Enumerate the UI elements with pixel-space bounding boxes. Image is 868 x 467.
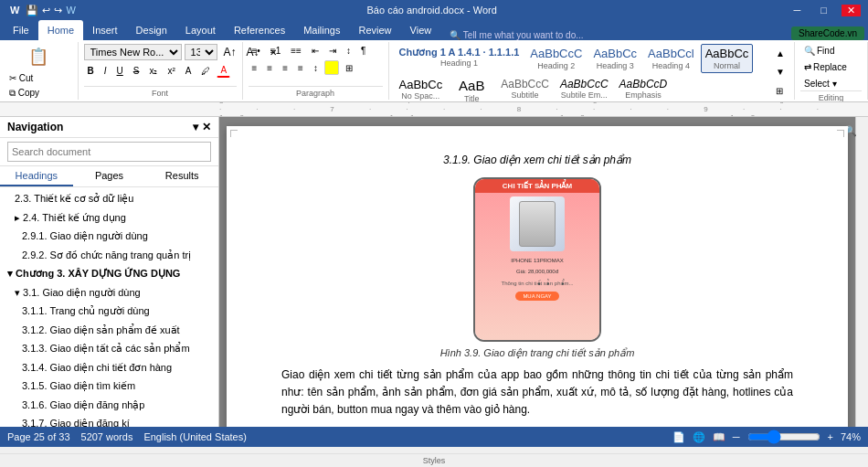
italic-btn[interactable]: I (101, 64, 111, 78)
numbering-btn[interactable]: ≡1 (267, 44, 284, 58)
vertical-scrollbar[interactable] (855, 117, 868, 427)
search-input[interactable] (7, 142, 211, 162)
font-color-btn[interactable]: A (217, 63, 230, 78)
nav-tab-pages[interactable]: Pages (73, 166, 146, 186)
zoom-out-btn[interactable]: ─ (733, 431, 740, 442)
superscript-btn[interactable]: x² (164, 64, 178, 78)
cut-btn[interactable]: ✂ Cut (5, 71, 72, 85)
replace-btn[interactable]: ⇄ Replace (800, 60, 851, 74)
tab-insert[interactable]: Insert (83, 20, 127, 40)
align-right-btn[interactable]: ≡ (279, 61, 291, 75)
style-heading3[interactable]: AaBbCc Heading 3 (588, 44, 641, 73)
ribbon-group-clipboard: 📋 ✂ Cut ⧉ Copy 🖌 Format Painter Clipboar… (0, 42, 79, 100)
align-left-btn[interactable]: ≡ (249, 61, 261, 75)
page-corner-tr (837, 130, 844, 137)
maximize-btn[interactable]: □ (815, 5, 832, 16)
tab-file[interactable]: File (4, 20, 38, 40)
phone-product-price: Giá: 28,000,000đ (513, 266, 562, 277)
style-title[interactable]: AaB Title (449, 75, 494, 102)
list-item[interactable]: 3.1.2. Giao diện sản phẩm đề xuất (0, 321, 218, 340)
view-read-btn[interactable]: 📖 (713, 431, 725, 443)
grow-font-btn[interactable]: A↑ (220, 44, 240, 60)
list-item[interactable]: 3.1.1. Trang chủ người dùng (0, 302, 218, 321)
list-item[interactable]: ▾ Chương 3. XÂY DỰNG ỨNG DỤNG (0, 264, 218, 283)
style-heading4[interactable]: AaBbCcl Heading 4 (643, 44, 699, 73)
style-subtle-em[interactable]: AaBbCcC Subtile Em... (556, 75, 613, 102)
quick-save[interactable]: 💾 (26, 5, 38, 16)
tab-home[interactable]: Home (38, 20, 83, 40)
underline-btn[interactable]: U (113, 64, 127, 78)
paragraph-label: Paragraph (249, 86, 383, 98)
select-btn[interactable]: Select ▾ (800, 77, 851, 90)
status-left: Page 25 of 33 5207 words English (United… (7, 431, 247, 442)
list-item[interactable]: 3.1.7. Giao diện đăng kí (0, 414, 218, 427)
close-btn[interactable]: ✕ (842, 5, 861, 16)
bold-btn[interactable]: B (84, 64, 98, 78)
paste-btn[interactable]: 📋 (24, 44, 53, 69)
style-emphasis[interactable]: AaBbCcD Emphasis (615, 75, 672, 102)
tab-view[interactable]: View (401, 20, 441, 40)
heading4-label: Heading 4 (652, 61, 690, 70)
decrease-indent-btn[interactable]: ⇤ (308, 44, 323, 58)
nav-close-icon[interactable]: ✕ (202, 121, 211, 133)
highlight-btn[interactable]: 🖊 (197, 64, 214, 78)
styles-more[interactable]: ⊞ (772, 84, 789, 98)
sort-btn[interactable]: ↕ (343, 44, 355, 58)
phone-buy-btn[interactable]: MUA NGAY (515, 292, 558, 301)
list-item[interactable]: ▾ 3.1. Giao diện người dùng (0, 283, 218, 302)
shading-btn[interactable] (324, 60, 339, 75)
redo-btn[interactable]: ↪ (54, 5, 62, 16)
style-no-space[interactable]: AaBbCc No Spac... (395, 75, 448, 102)
bullets-btn[interactable]: ≡• (249, 44, 264, 58)
list-item[interactable]: 3.1.6. Giao diện đăng nhập (0, 396, 218, 415)
view-print-btn[interactable]: 📄 (672, 431, 685, 443)
subscript-btn[interactable]: x₂ (145, 64, 161, 78)
nav-tab-results[interactable]: Results (145, 166, 218, 186)
font-label: Font (84, 86, 237, 98)
styles-scroll-down[interactable]: ▼ (772, 65, 789, 79)
tab-design[interactable]: Design (127, 20, 176, 40)
list-item[interactable]: 3.1.4. Giao diện chi tiết đơn hàng (0, 358, 218, 377)
increase-indent-btn[interactable]: ⇥ (325, 44, 340, 58)
minimize-btn[interactable]: ─ (789, 5, 807, 16)
copy-btn[interactable]: ⧉ Copy (5, 86, 72, 101)
show-para-btn[interactable]: ¶ (357, 44, 369, 58)
zoom-in-btn[interactable]: + (828, 431, 833, 442)
borders-btn[interactable]: ⊞ (342, 61, 356, 75)
nav-menu-icon[interactable]: ▾ (193, 121, 198, 133)
word-count: 5207 words (81, 431, 133, 442)
style-heading1[interactable]: Chương 1 A 1.4.1 · 1.1.1.1 Heading 1 (395, 44, 524, 70)
align-center-btn[interactable]: ≡ (263, 61, 276, 75)
undo-btn[interactable]: ↩ (42, 5, 50, 16)
emphasis-label: Emphasis (625, 90, 662, 100)
ribbon-tabs: File Home Insert Design Layout Reference… (0, 20, 868, 40)
text-effects-btn[interactable]: A (182, 64, 196, 78)
strikethrough-btn[interactable]: S (130, 64, 143, 78)
multilevel-btn[interactable]: ≡≡ (287, 44, 305, 58)
style-heading2[interactable]: AaBbCcC Heading 2 (525, 44, 587, 73)
styles-scroll-up[interactable]: ▲ (772, 47, 789, 60)
ribbon-group-font: Times New Ro... 13 A↑ A↓ ✕ B I U S x₂ x²… (79, 42, 243, 100)
phone-screen-header: CHI TIẾT SẢN PHẨM (475, 179, 599, 193)
list-item[interactable]: 3.1.5. Giao diện tìm kiếm (0, 377, 218, 396)
list-item[interactable]: 2.9.2. Sơ đồ chức năng trang quản trị (0, 246, 218, 265)
line-spacing-btn[interactable]: ↕ (310, 61, 322, 75)
tab-review[interactable]: Review (350, 20, 401, 40)
nav-tab-headings[interactable]: Headings (0, 166, 73, 186)
tab-mailings[interactable]: Mailings (294, 20, 349, 40)
list-item[interactable]: 2.9.1. Giao diện người dùng (0, 227, 218, 246)
zoom-slider[interactable] (747, 430, 820, 444)
style-subtitle[interactable]: AaBbCcC Subtitle (496, 75, 554, 102)
list-item[interactable]: 2.3. Thiết kế cơ sở dữ liệu (0, 189, 218, 208)
view-web-btn[interactable]: 🌐 (693, 431, 705, 443)
font-name-select[interactable]: Times New Ro... (84, 44, 182, 60)
list-item[interactable]: ▸ 2.4. Thiết kế ứng dụng (0, 208, 218, 228)
style-normal[interactable]: AaBbCc Normal (701, 44, 754, 73)
section-319-title: 3.1.9. Giao diện xem chi tiết sản phẩm (281, 154, 793, 166)
list-item[interactable]: 3.1.3. Giao diện tất cả các sản phẩm (0, 339, 218, 358)
find-btn[interactable]: 🔍 Find (800, 44, 851, 58)
tab-references[interactable]: References (225, 20, 294, 40)
justify-btn[interactable]: ≡ (294, 61, 307, 75)
tab-layout[interactable]: Layout (176, 20, 225, 40)
font-size-select[interactable]: 13 (185, 44, 217, 60)
